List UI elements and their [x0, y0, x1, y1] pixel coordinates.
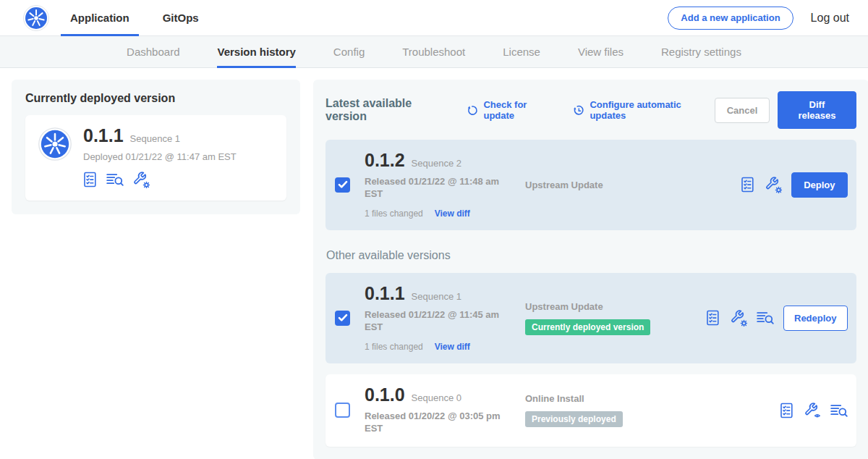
files-changed-label: 1 files changed	[365, 209, 423, 219]
preflight-checks-icon[interactable]	[83, 172, 98, 188]
deployed-version-tile: 0.1.1 Sequence 1 Deployed 01/21/22 @ 11:…	[25, 115, 286, 201]
top-tab-application[interactable]: Application	[61, 0, 139, 35]
view-diff-link[interactable]: View diff	[435, 342, 470, 352]
deployed-sequence-label: Sequence 1	[130, 133, 180, 144]
tab-version-history[interactable]: Version history	[198, 36, 314, 67]
version-checkbox[interactable]	[335, 403, 350, 418]
redeploy-button[interactable]: Redeploy	[783, 306, 848, 331]
deploy-logs-icon[interactable]	[106, 172, 124, 187]
released-timestamp: Released 01/21/22 @ 11:45 am EST	[365, 309, 509, 334]
preflight-checks-icon[interactable]	[741, 177, 755, 193]
edit-config-icon[interactable]	[765, 176, 782, 193]
tab-license[interactable]: License	[484, 36, 559, 67]
version-row-0-1-0: 0.1.0 Sequence 0 Released 01/20/22 @ 03:…	[326, 374, 856, 447]
tab-registry-settings[interactable]: Registry settings	[642, 36, 760, 67]
deployed-version-number: 0.1.1	[83, 126, 124, 145]
tab-view-files[interactable]: View files	[559, 36, 642, 67]
top-tab-gitops[interactable]: GitOps	[153, 0, 208, 35]
sequence-label: Sequence 2	[412, 158, 461, 169]
version-checkbox[interactable]	[335, 177, 350, 193]
previously-deployed-badge: Previously deployed	[525, 411, 623, 427]
top-tab-application-label: Application	[70, 12, 129, 24]
top-nav-right: Add a new application Log out	[668, 7, 849, 30]
schedule-history-icon	[573, 104, 584, 117]
sequence-label: Sequence 0	[412, 392, 461, 403]
version-row-0-1-2: 0.1.2 Sequence 2 Released 01/21/22 @ 11:…	[326, 140, 856, 230]
version-row-0-1-1: 0.1.1 Sequence 1 Released 01/21/22 @ 11:…	[326, 273, 856, 363]
version-number: 0.1.0	[365, 385, 405, 404]
view-config-icon[interactable]	[804, 402, 821, 419]
deploy-button[interactable]: Deploy	[791, 172, 847, 198]
deployed-timestamp: Deployed 01/21/22 @ 11:47 am EST	[83, 151, 237, 162]
sequence-label: Sequence 1	[412, 291, 461, 302]
tab-config[interactable]: Config	[315, 36, 383, 67]
deployed-card-title: Currently deployed version	[25, 92, 286, 105]
version-source: Upstream Update	[525, 301, 706, 312]
refresh-icon	[467, 104, 478, 117]
add-new-application-button[interactable]: Add a new application	[668, 7, 793, 30]
other-versions-title: Other available versions	[326, 249, 856, 262]
diff-releases-button[interactable]: Diff releases	[778, 91, 856, 129]
released-timestamp: Released 01/20/22 @ 03:05 pm EST	[365, 410, 509, 435]
version-history-page: Currently deployed version 0.1.1 Sequenc…	[0, 68, 868, 459]
version-source: Upstream Update	[525, 180, 706, 190]
edit-config-icon[interactable]	[730, 309, 747, 327]
edit-config-icon[interactable]	[132, 171, 150, 188]
currently-deployed-badge: Currently deployed version	[525, 319, 650, 335]
latest-version-header: Latest available version Check for updat…	[326, 91, 856, 129]
tab-dashboard[interactable]: Dashboard	[108, 36, 198, 67]
version-number: 0.1.2	[365, 151, 405, 169]
top-nav-tabs: Application GitOps	[61, 0, 223, 35]
preflight-checks-icon[interactable]	[706, 310, 720, 326]
deploy-logs-icon[interactable]	[830, 403, 848, 418]
top-nav: Application GitOps Add a new application…	[0, 0, 868, 36]
cancel-button[interactable]: Cancel	[715, 98, 770, 123]
app-sub-nav: Dashboard Version history Config Trouble…	[0, 36, 868, 68]
deploy-logs-icon[interactable]	[757, 311, 774, 325]
files-changed-label: 1 files changed	[365, 342, 423, 352]
view-diff-link[interactable]: View diff	[435, 209, 470, 219]
logout-link[interactable]: Log out	[811, 12, 849, 25]
released-timestamp: Released 01/21/22 @ 11:48 am EST	[365, 176, 509, 201]
check-for-update-link[interactable]: Check for update	[467, 99, 557, 121]
currently-deployed-card: Currently deployed version 0.1.1 Sequenc…	[12, 80, 300, 214]
version-source: Online Install	[525, 393, 706, 404]
app-kubernetes-logo-icon	[38, 127, 72, 161]
latest-version-title: Latest available version	[326, 97, 451, 123]
version-number: 0.1.1	[365, 284, 405, 303]
tab-troubleshoot[interactable]: Troubleshoot	[383, 36, 484, 67]
configure-automatic-updates-link[interactable]: Configure automatic updates	[573, 99, 715, 121]
version-checkbox[interactable]	[335, 311, 350, 326]
preflight-checks-icon[interactable]	[780, 403, 794, 418]
kubernetes-logo-icon	[23, 5, 49, 31]
available-versions-card: Latest available version Check for updat…	[313, 80, 868, 459]
top-tab-gitops-label: GitOps	[163, 12, 199, 24]
